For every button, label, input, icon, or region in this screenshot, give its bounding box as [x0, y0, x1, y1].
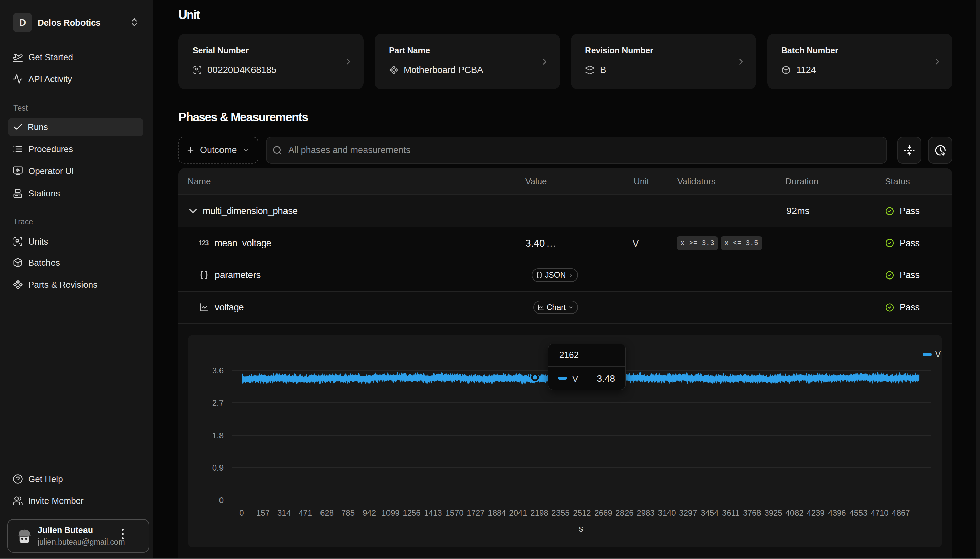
- svg-text:1884: 1884: [488, 508, 506, 517]
- svg-text:4553: 4553: [849, 508, 867, 517]
- svg-text:2355: 2355: [551, 508, 569, 517]
- svg-text:3925: 3925: [764, 508, 782, 517]
- svg-text:3.6: 3.6: [212, 366, 224, 375]
- svg-text:2.7: 2.7: [212, 398, 224, 407]
- svg-text:1727: 1727: [467, 508, 484, 517]
- svg-text:3454: 3454: [701, 508, 718, 517]
- svg-text:157: 157: [256, 508, 270, 517]
- svg-text:V: V: [935, 350, 940, 359]
- svg-text:1256: 1256: [403, 508, 421, 517]
- svg-text:3768: 3768: [743, 508, 761, 517]
- svg-text:0.9: 0.9: [212, 463, 224, 472]
- svg-text:2512: 2512: [573, 508, 591, 517]
- svg-text:942: 942: [363, 508, 376, 517]
- svg-text:4396: 4396: [828, 508, 846, 517]
- svg-text:2041: 2041: [509, 508, 527, 517]
- svg-text:2826: 2826: [615, 508, 633, 517]
- svg-text:4710: 4710: [871, 508, 889, 517]
- svg-text:0: 0: [219, 496, 224, 505]
- svg-text:3140: 3140: [658, 508, 676, 517]
- svg-text:1.8: 1.8: [212, 431, 224, 440]
- svg-text:s: s: [579, 524, 584, 534]
- svg-text:2198: 2198: [530, 508, 548, 517]
- svg-text:1099: 1099: [381, 508, 399, 517]
- svg-text:4082: 4082: [785, 508, 803, 517]
- svg-text:314: 314: [277, 508, 291, 517]
- svg-text:4239: 4239: [807, 508, 824, 517]
- svg-text:1570: 1570: [445, 508, 463, 517]
- svg-text:2669: 2669: [594, 508, 612, 517]
- svg-text:2983: 2983: [637, 508, 655, 517]
- svg-text:1413: 1413: [424, 508, 442, 517]
- svg-text:4867: 4867: [892, 508, 910, 517]
- svg-text:628: 628: [320, 508, 333, 517]
- svg-text:3611: 3611: [722, 508, 740, 517]
- svg-text:471: 471: [298, 508, 312, 517]
- svg-text:3297: 3297: [679, 508, 697, 517]
- svg-text:0: 0: [239, 508, 244, 517]
- svg-text:785: 785: [342, 508, 355, 517]
